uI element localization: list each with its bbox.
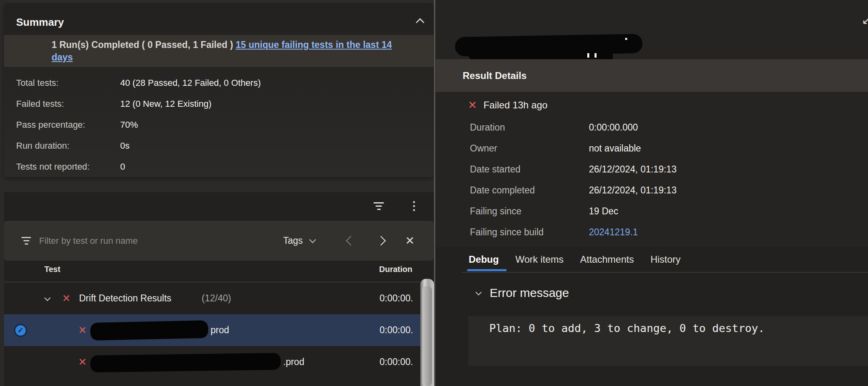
field-label: Date started — [470, 164, 589, 175]
failed-status-icon: ✕ — [468, 100, 477, 111]
failed-status-text: Failed 13h ago — [484, 100, 548, 111]
results-grid-region: Tags ✕ Test Duration ✕ Drift Detection R… — [4, 192, 435, 386]
failing-build-link[interactable]: 20241219.1 — [589, 227, 638, 238]
tags-dropdown[interactable]: Tags — [283, 235, 315, 246]
stat-label: Tests not reported: — [16, 162, 120, 172]
error-message-block: Plan: 0 to add, 3 to change, 0 to destro… — [468, 316, 868, 366]
summary-collapse-button[interactable] — [417, 19, 432, 30]
test-duration: 0:00:00. — [380, 357, 426, 367]
chevron-down-icon — [309, 237, 316, 243]
vertical-scrollbar[interactable] — [420, 279, 434, 386]
test-group-count: (12/40) — [202, 293, 231, 304]
field-value: 19 Dec — [589, 206, 618, 217]
tab-work-items[interactable]: Work items — [515, 254, 564, 272]
failed-test-icon: ✕ — [62, 293, 71, 303]
filter-toggle-icon[interactable] — [373, 202, 385, 210]
test-row[interactable]: ✕ .prod 0:00:00. — [4, 346, 435, 378]
failed-test-icon: ✕ — [78, 357, 87, 367]
test-name-suffix: .prod — [283, 357, 304, 367]
error-message-text: Plan: 0 to add, 3 to change, 0 to destro… — [468, 316, 868, 334]
more-options-icon[interactable] — [412, 201, 415, 213]
selected-check-icon[interactable]: ✓ — [14, 324, 27, 337]
field-value: 0:00:00.000 — [589, 122, 638, 133]
stat-value: 0s — [120, 141, 129, 151]
field-row-date-started: Date started 26/12/2024, 01:19:13 — [470, 159, 853, 180]
tab-history[interactable]: History — [651, 254, 681, 272]
tabs-divider — [462, 272, 868, 273]
summary-card: Summary 1 Run(s) Completed ( 0 Passed, 1… — [4, 3, 434, 177]
stat-label: Total tests: — [16, 78, 120, 88]
run-summary-band: 1 Run(s) Completed ( 0 Passed, 1 Failed … — [4, 35, 434, 67]
grid-toolbar — [4, 192, 435, 221]
tab-attachments[interactable]: Attachments — [580, 254, 634, 272]
column-header-test[interactable]: Test — [44, 265, 61, 274]
text-remnant — [595, 53, 597, 58]
text-remnant — [625, 38, 627, 40]
text-remnant — [587, 53, 589, 58]
error-message-title: Error message — [490, 286, 569, 300]
field-label: Duration — [470, 122, 589, 133]
stat-label: Run duration: — [16, 141, 120, 151]
redacted-test-name — [90, 353, 281, 373]
chevron-up-icon — [416, 18, 424, 27]
result-details-panel: ↙ Result Details ✕ Failed 13h ago Durati… — [436, 0, 868, 386]
collapse-arrow-icon[interactable]: ↙ — [862, 14, 868, 27]
field-row-duration: Duration 0:00:00.000 — [470, 117, 853, 138]
filter-icon — [21, 237, 31, 245]
field-row-failing-since: Failing since 19 Dec — [470, 201, 853, 222]
failed-test-icon: ✕ — [78, 325, 87, 335]
stat-value: 0 — [120, 162, 125, 172]
tags-dropdown-label: Tags — [283, 235, 303, 246]
stat-row-tests-not-reported: Tests not reported: 0 — [16, 156, 419, 177]
field-label: Failing since — [470, 206, 589, 217]
stat-label: Failed tests: — [16, 99, 120, 109]
summary-stats: Total tests: 40 (28 Passed, 12 Failed, 0… — [16, 73, 419, 177]
filter-bar: Tags ✕ — [4, 221, 434, 261]
field-row-failing-since-build: Failing since build 20241219.1 — [470, 222, 853, 243]
test-name-suffix: prod — [211, 325, 229, 336]
stat-value: 70% — [120, 120, 138, 130]
field-value: 26/12/2024, 01:19:13 — [589, 164, 676, 175]
result-details-title: Result Details — [463, 70, 527, 81]
grid-column-headers: Test Duration — [4, 261, 435, 282]
details-tabs-section: Debug Work items Attachments History Err… — [436, 247, 868, 386]
field-value: 26/12/2024, 01:19:13 — [589, 185, 676, 196]
test-duration: 0:00:00. — [380, 293, 426, 304]
field-label: Date completed — [470, 185, 589, 196]
result-status: ✕ Failed 13h ago — [468, 100, 547, 111]
field-row-date-completed: Date completed 26/12/2024, 01:19:13 — [470, 180, 853, 201]
next-result-button[interactable] — [376, 236, 386, 245]
close-filter-icon[interactable]: ✕ — [405, 235, 415, 247]
field-row-owner: Owner not available — [470, 138, 853, 159]
field-label: Owner — [470, 143, 589, 154]
filter-input[interactable] — [39, 236, 249, 246]
stat-row-pass-percentage: Pass percentage: 70% — [16, 114, 419, 135]
stat-value: 40 (28 Passed, 12 Failed, 0 Others) — [120, 78, 261, 88]
active-tab-underline — [467, 269, 507, 271]
stat-row-run-duration: Run duration: 0s — [16, 135, 419, 156]
test-group-row-drift-detection[interactable]: ✕ Drift Detection Results (12/40) 0:00:0… — [4, 282, 435, 314]
stat-label: Pass percentage: — [16, 120, 120, 130]
result-details-header: Result Details — [436, 59, 868, 92]
error-message-section-toggle[interactable]: Error message — [476, 286, 569, 300]
summary-title: Summary — [16, 16, 64, 29]
panel-divider — [434, 0, 435, 386]
scrollbar-thumb[interactable] — [422, 286, 432, 386]
field-label: Failing since build — [470, 227, 589, 238]
previous-result-button[interactable] — [346, 236, 355, 245]
test-results-left-panel: Summary 1 Run(s) Completed ( 0 Passed, 1… — [0, 0, 435, 386]
field-value: not available — [589, 143, 641, 154]
run-summary-text: 1 Run(s) Completed ( 0 Passed, 1 Failed … — [52, 39, 233, 50]
chevron-down-icon — [476, 289, 482, 295]
column-header-duration[interactable]: Duration — [379, 265, 412, 274]
stat-row-total-tests: Total tests: 40 (28 Passed, 12 Failed, 0… — [16, 73, 419, 93]
test-group-name: Drift Detection Results — [79, 293, 171, 304]
test-row-selected[interactable]: ✓ ✕ prod 0:00:00. — [4, 314, 435, 346]
expander-chevron-down-icon[interactable] — [44, 295, 51, 301]
redacted-test-name — [90, 320, 209, 340]
stat-row-failed-tests: Failed tests: 12 (0 New, 12 Existing) — [16, 93, 419, 114]
stat-value: 12 (0 New, 12 Existing) — [120, 99, 211, 109]
test-duration: 0:00:00. — [380, 325, 426, 336]
result-fields: Duration 0:00:00.000 Owner not available… — [470, 117, 853, 243]
